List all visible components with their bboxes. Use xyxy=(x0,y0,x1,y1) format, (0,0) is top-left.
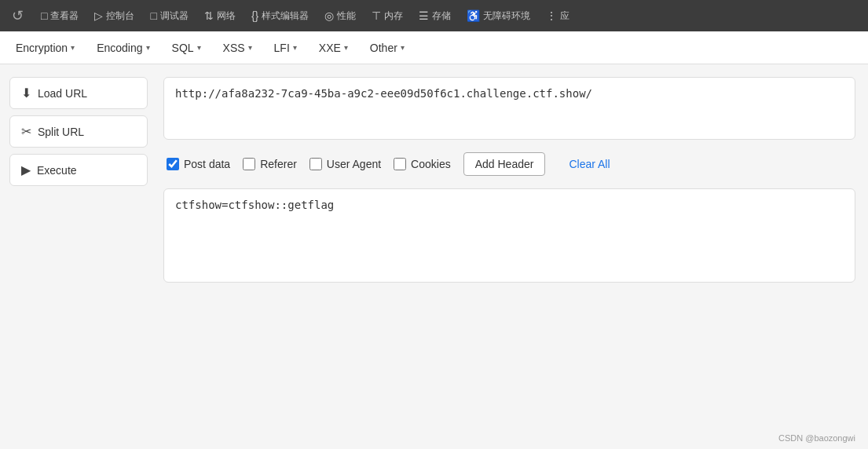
toolbar-accessibility[interactable]: ♿ 无障碍环境 xyxy=(460,6,537,26)
other-chevron-icon: ▾ xyxy=(401,43,405,52)
category-tabs: Encryption ▾ Encoding ▾ SQL ▾ XSS ▾ LFI … xyxy=(0,31,868,64)
split-url-icon: ✂ xyxy=(21,124,31,139)
encoding-chevron-icon: ▾ xyxy=(146,43,150,52)
lfi-chevron-icon: ▾ xyxy=(293,43,297,52)
performance-icon: ◎ xyxy=(324,9,334,22)
viewer-icon: □ xyxy=(41,9,47,22)
user-agent-checkbox[interactable] xyxy=(309,158,322,170)
memory-icon: ⊤ xyxy=(372,9,381,22)
user-agent-checkbox-item[interactable]: User Agent xyxy=(309,158,381,170)
tab-encoding[interactable]: Encoding ▾ xyxy=(87,37,159,59)
toolbar-console[interactable]: ▷ 控制台 xyxy=(88,6,141,26)
watermark: CSDN @baozongwi xyxy=(778,433,855,443)
cookies-checkbox[interactable] xyxy=(394,158,406,170)
network-icon: ⇅ xyxy=(204,9,214,22)
more-icon: ⋮ xyxy=(546,9,557,22)
tab-encryption[interactable]: Encryption ▾ xyxy=(6,37,84,59)
load-url-button[interactable]: ⬇ Load URL xyxy=(9,77,148,109)
cookies-checkbox-item[interactable]: Cookies xyxy=(394,158,451,170)
add-header-button[interactable]: Add Header xyxy=(463,152,546,176)
toolbar-viewer[interactable]: □ 查看器 xyxy=(35,6,85,26)
toolbar-performance[interactable]: ◎ 性能 xyxy=(318,6,362,26)
referer-checkbox-item[interactable]: Referer xyxy=(243,158,297,170)
style-editor-icon: {} xyxy=(251,9,258,22)
debugger-icon: □ xyxy=(150,9,156,22)
tab-sql[interactable]: SQL ▾ xyxy=(163,37,211,59)
main-area: ⬇ Load URL ✂ Split URL ▶ Execute Post da… xyxy=(0,64,868,449)
tab-xss[interactable]: XSS ▾ xyxy=(214,37,262,59)
toolbar-debugger[interactable]: □ 调试器 xyxy=(144,6,194,26)
storage-icon: ☰ xyxy=(419,9,429,22)
post-data-input[interactable] xyxy=(163,188,855,283)
sql-chevron-icon: ▾ xyxy=(197,43,201,52)
xss-chevron-icon: ▾ xyxy=(248,43,252,52)
encryption-chevron-icon: ▾ xyxy=(71,43,75,52)
xxe-chevron-icon: ▾ xyxy=(344,43,348,52)
execute-icon: ▶ xyxy=(21,162,31,177)
top-toolbar: ↺ □ 查看器 ▷ 控制台 □ 调试器 ⇅ 网络 {} 样式编辑器 ◎ 性能 ⊤… xyxy=(0,0,868,31)
post-data-label: Post data xyxy=(184,158,230,170)
execute-button[interactable]: ▶ Execute xyxy=(9,154,148,186)
referer-label: Referer xyxy=(260,158,297,170)
clear-all-button[interactable]: Clear All xyxy=(558,153,621,175)
right-content: Post data Referer User Agent Cookies Add… xyxy=(157,64,868,449)
split-url-button[interactable]: ✂ Split URL xyxy=(9,115,148,148)
toolbar-network[interactable]: ⇅ 网络 xyxy=(198,6,242,26)
toolbar-style-editor[interactable]: {} 样式编辑器 xyxy=(245,6,315,26)
toolbar-more[interactable]: ⋮ 应 xyxy=(540,6,576,26)
post-data-checkbox-item[interactable]: Post data xyxy=(167,158,230,170)
load-url-icon: ⬇ xyxy=(21,86,31,100)
url-input[interactable] xyxy=(163,77,855,140)
tab-xxe[interactable]: XXE ▾ xyxy=(309,37,357,59)
left-sidebar: ⬇ Load URL ✂ Split URL ▶ Execute xyxy=(0,64,157,449)
tab-other[interactable]: Other ▾ xyxy=(361,37,414,59)
user-agent-label: User Agent xyxy=(327,158,381,170)
toolbar-storage[interactable]: ☰ 存储 xyxy=(412,6,457,26)
tab-lfi[interactable]: LFI ▾ xyxy=(265,37,306,59)
toolbar-logo: ↺ xyxy=(6,5,28,27)
console-icon: ▷ xyxy=(94,9,103,22)
accessibility-icon: ♿ xyxy=(467,9,480,22)
toolbar-memory[interactable]: ⊤ 内存 xyxy=(365,6,409,26)
post-data-checkbox[interactable] xyxy=(167,158,179,170)
referer-checkbox[interactable] xyxy=(243,158,255,170)
cookies-label: Cookies xyxy=(411,158,451,170)
options-row: Post data Referer User Agent Cookies Add… xyxy=(163,152,855,176)
